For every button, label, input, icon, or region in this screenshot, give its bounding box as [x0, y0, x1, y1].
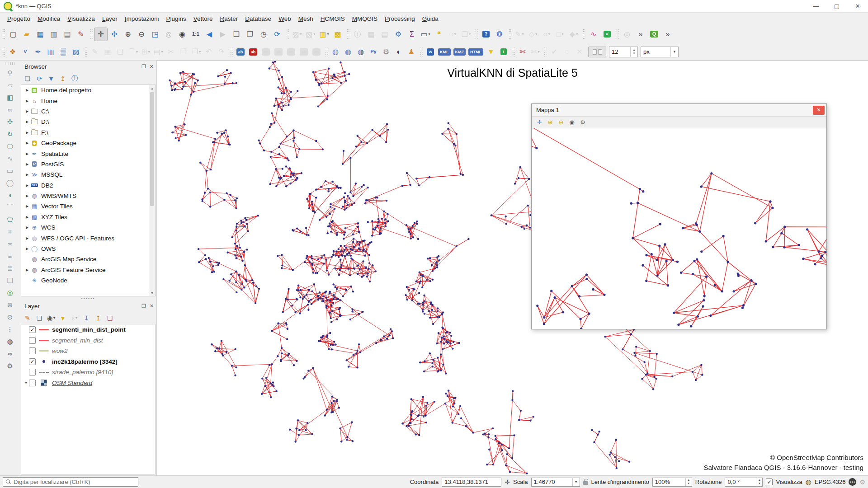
settings-tool-button[interactable]: ⚙: [4, 360, 16, 372]
share-layer-button[interactable]: <: [600, 28, 614, 41]
rotate-feature-dropdown-icon[interactable]: ▾: [548, 32, 550, 36]
python-console-button[interactable]: Py: [367, 46, 380, 58]
label-rotate-button[interactable]: ab: [297, 46, 310, 58]
layout-annotation-dropdown-icon[interactable]: ▾: [469, 32, 471, 36]
magnifier-spinbox[interactable]: 100% ▲▼: [652, 478, 692, 487]
rotate-tool-button[interactable]: ↻: [4, 128, 16, 140]
toolbar-grip[interactable]: [286, 29, 289, 39]
expander-icon[interactable]: ▶: [24, 268, 30, 272]
label-highlight-button[interactable]: ab: [272, 46, 285, 58]
toolbar-grip[interactable]: [85, 47, 87, 57]
toolbar-grip[interactable]: [475, 29, 478, 39]
deselect-features-dropdown-icon[interactable]: ▾: [327, 32, 329, 36]
expand-all-layers-button[interactable]: ↧: [81, 313, 91, 323]
expander-icon[interactable]: ▶: [24, 247, 30, 251]
open-layer-styling-button[interactable]: ✎: [23, 313, 33, 323]
layer-visibility-checkbox[interactable]: ✓: [29, 326, 36, 333]
add-postgis-layer-button[interactable]: ▥: [44, 46, 57, 58]
collapse-all-browser-button[interactable]: ↥: [58, 74, 68, 84]
vertex-tool-button[interactable]: ✎▾: [513, 28, 526, 41]
crs-globe-icon[interactable]: ◍: [806, 478, 811, 486]
map-view-canvas[interactable]: [532, 128, 826, 329]
polygon-tool-button[interactable]: ⬠: [4, 213, 16, 225]
select-features-dropdown-icon[interactable]: ▾: [300, 32, 302, 36]
add-selected-layers-button[interactable]: ❏: [23, 74, 33, 84]
box-tool-button[interactable]: ❏: [4, 274, 16, 286]
layer-item-osm-standard[interactable]: ▾OSM Standard: [21, 378, 155, 389]
scroll-down-icon[interactable]: ▼: [149, 290, 155, 296]
layer-item-strade-palermo-9410[interactable]: strade_palermo [9410]: [21, 367, 155, 378]
toolbar-grip[interactable]: [512, 47, 515, 57]
globe-tool-button[interactable]: ◍: [4, 335, 16, 347]
style-manager-button[interactable]: ✎: [74, 28, 88, 41]
rectangle-tool-button[interactable]: ▭: [4, 164, 16, 177]
label-pin-button[interactable]: ab: [259, 46, 272, 58]
sync-view-button[interactable]: ✛: [535, 118, 543, 127]
browser-item-geopackage[interactable]: ▶◆GeoPackage: [21, 138, 155, 148]
clear-tool-button[interactable]: ✕: [573, 46, 586, 58]
list-tool-button[interactable]: ≡: [4, 250, 16, 262]
curve-tool-button[interactable]: ⌒: [4, 201, 16, 213]
identify-active-tool-button[interactable]: ◎: [4, 286, 16, 299]
expander-icon[interactable]: ▶: [24, 88, 30, 92]
kml-export-button[interactable]: KML: [437, 46, 452, 58]
link-tool-button[interactable]: ∞: [4, 103, 16, 116]
web-globe-2-button[interactable]: ◍: [354, 46, 367, 58]
snip-tool-dropdown-icon[interactable]: ▾: [538, 50, 540, 54]
save-layer-edits-button[interactable]: ▦: [101, 46, 114, 58]
pin-tool-button[interactable]: ⚲: [4, 67, 16, 79]
add-virtual-layer-button[interactable]: ▨: [70, 46, 82, 58]
add-part-button[interactable]: ⊞▾: [139, 46, 152, 58]
zoom-area-tool-button[interactable]: ⊙: [4, 311, 16, 323]
db-tool-button[interactable]: ◌: [561, 46, 573, 58]
osm-place-search-button[interactable]: ❂: [493, 28, 506, 41]
browser-item-vector-tiles[interactable]: ▶▦Vector Tiles: [21, 201, 155, 211]
expander-icon[interactable]: ▶: [24, 236, 30, 240]
expander-icon[interactable]: ▶: [24, 152, 30, 156]
layout-manager-button[interactable]: ▤: [61, 28, 74, 41]
zoom-out-view-button[interactable]: ⊖: [557, 118, 565, 127]
browser-item-mssql[interactable]: ▶≫MSSQL: [21, 169, 155, 180]
paste-features-button[interactable]: ❒▾: [190, 46, 203, 58]
magnifier-spin-arrows[interactable]: ▲▼: [685, 478, 692, 486]
toolbar-grip[interactable]: [325, 47, 328, 57]
map-view-titlebar[interactable]: Mappa 1 ✕: [532, 104, 826, 117]
add-group-button[interactable]: ❏: [34, 313, 44, 323]
expander-icon[interactable]: ▶: [24, 109, 30, 113]
select-shape-tool-button[interactable]: ▱: [4, 79, 16, 91]
select-features-button[interactable]: ▨▾: [290, 28, 304, 41]
add-spatialite-layer-button[interactable]: ✒: [32, 46, 44, 58]
scrollbar-thumb[interactable]: [150, 92, 154, 206]
qgis2web-button[interactable]: ◍: [329, 46, 342, 58]
move-feature-dropdown-icon[interactable]: ▾: [535, 32, 537, 36]
kmz-export-button[interactable]: KMZ: [452, 46, 467, 58]
check-geometry-tool-button[interactable]: ✔: [548, 46, 561, 58]
zoom-to-selection-button[interactable]: ◎: [162, 28, 175, 41]
web-globe-button[interactable]: ◍: [342, 46, 354, 58]
zoom-last-button[interactable]: ◀: [203, 28, 216, 41]
new-map-view-button[interactable]: ❏: [230, 28, 243, 41]
add-raster-layer-button[interactable]: ▒: [57, 46, 70, 58]
vertex-tool-dropdown-icon[interactable]: ▾: [522, 32, 524, 36]
browser-item-db2[interactable]: ▶DB2DB2: [21, 180, 155, 191]
add-part-dropdown-icon[interactable]: ▾: [148, 50, 150, 54]
scroll-up-icon[interactable]: ▲: [149, 85, 155, 91]
menu-mesh[interactable]: Mesh: [295, 13, 317, 24]
merge-feature-dropdown-icon[interactable]: ▾: [576, 32, 578, 36]
select-by-value-button[interactable]: ▧▾: [304, 28, 317, 41]
layer-visibility-checkbox[interactable]: ✓: [29, 358, 36, 365]
menu-web[interactable]: Web: [275, 13, 295, 24]
toolbar-grip[interactable]: [616, 29, 619, 39]
user-profile-button[interactable]: ♟: [405, 46, 418, 58]
rotation-spinbox[interactable]: 0,0 ° ▲▼: [725, 478, 763, 487]
help-button[interactable]: ?: [479, 28, 493, 41]
zoom-full-extent-button[interactable]: ◳: [148, 28, 162, 41]
label-move-button[interactable]: ab: [285, 46, 297, 58]
add-circular-string-button[interactable]: ⌒▾: [127, 46, 139, 58]
rotation-spin-arrows[interactable]: ▲▼: [756, 478, 762, 486]
processing-toolbox-button[interactable]: ⚙: [392, 28, 405, 41]
layer-close-icon[interactable]: ✕: [150, 303, 154, 309]
toolbar-grip[interactable]: [2, 47, 5, 57]
menu-hcmgis[interactable]: HCMGIS: [317, 13, 349, 24]
browser-item-spatialite[interactable]: ▶✒SpatiaLite: [21, 148, 155, 159]
